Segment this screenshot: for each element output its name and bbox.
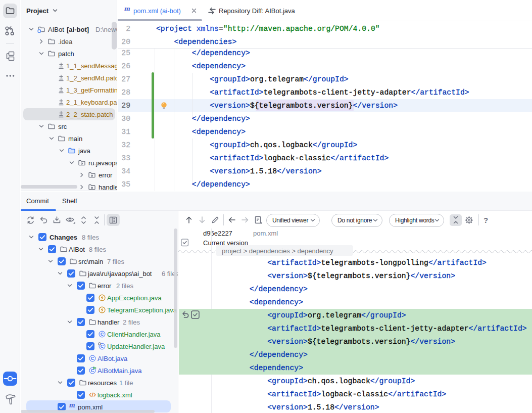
- svg-text:C: C: [101, 344, 104, 349]
- svg-text:C: C: [91, 356, 94, 361]
- svg-text:C: C: [101, 332, 104, 337]
